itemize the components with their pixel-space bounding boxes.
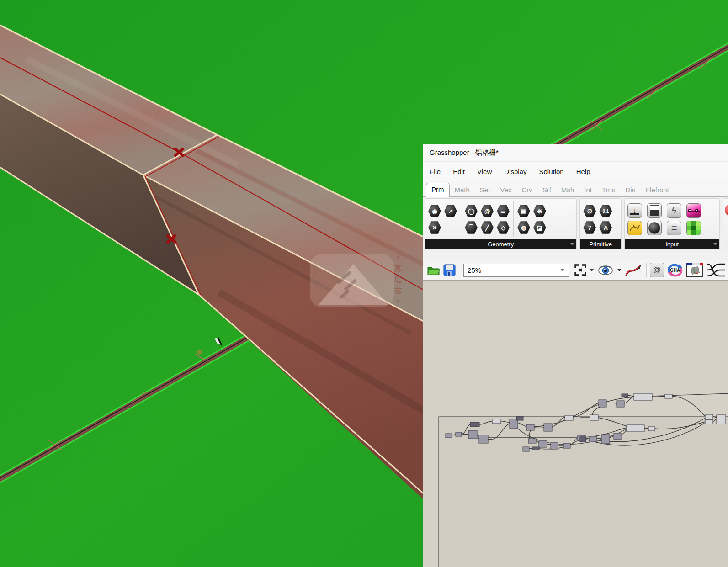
param-id-icon[interactable]: ◉ <box>428 204 441 218</box>
param-line-icon[interactable]: ╱ <box>480 221 494 234</box>
param-number-icon[interactable]: 0.1 <box>599 204 612 218</box>
number-slider-icon[interactable]: ↓ <box>627 203 642 218</box>
graph-node[interactable] <box>565 415 573 420</box>
component-ribbon: ◉ ✕ ↗ ◯ ⌒ @ ╱ ▱ ◇ <box>423 197 728 251</box>
grasshopper-window: Grasshopper - 铝格栅* File Edit View Displa… <box>423 144 728 567</box>
data-stream-icon[interactable]: ϟ <box>667 203 681 218</box>
param-integer-icon[interactable]: 7 <box>583 221 596 234</box>
zoom-extents-dropdown-icon[interactable] <box>590 269 594 271</box>
graph-node[interactable] <box>523 447 529 451</box>
graph-node[interactable] <box>492 419 501 424</box>
graph-node[interactable] <box>456 432 462 436</box>
knob-circle <box>648 222 660 234</box>
toolbar-separator <box>460 263 460 277</box>
graph-node[interactable] <box>516 416 523 420</box>
param-point-icon[interactable]: ◇ <box>496 221 510 234</box>
tab-math[interactable]: Math <box>450 184 475 196</box>
graph-node[interactable] <box>599 400 606 407</box>
param-surface-icon[interactable]: ◪ <box>533 221 547 234</box>
graph-node[interactable] <box>665 394 672 398</box>
param-text-icon[interactable]: A <box>599 221 612 234</box>
graph-node[interactable] <box>539 440 547 447</box>
menu-solution[interactable]: Solution <box>539 168 563 175</box>
red-param-icon[interactable] <box>725 204 728 216</box>
colour-swatch-icon[interactable] <box>686 221 701 235</box>
menu-view[interactable]: View <box>477 168 492 175</box>
tab-trns[interactable]: Trns <box>597 184 620 196</box>
graph-node[interactable] <box>634 393 652 400</box>
chevron-down-icon <box>560 269 565 271</box>
graph-node[interactable] <box>526 424 534 430</box>
graph-node[interactable] <box>563 443 570 448</box>
zoom-level-combo[interactable]: 25% <box>463 264 569 277</box>
save-file-button[interactable] <box>443 264 456 276</box>
tab-crv[interactable]: Crv <box>516 184 537 196</box>
panel-component-icon[interactable] <box>647 203 662 218</box>
graph-node[interactable] <box>479 435 488 443</box>
gradient-icon[interactable] <box>686 203 701 218</box>
graph-node[interactable] <box>551 442 558 449</box>
graph-node[interactable] <box>705 420 713 424</box>
canvas-at-button[interactable]: @ <box>650 263 664 277</box>
tab-dis[interactable]: Dis <box>620 184 640 196</box>
tab-msh[interactable]: Msh <box>556 184 579 196</box>
graph-node[interactable] <box>627 425 644 432</box>
zoom-extents-button[interactable] <box>574 264 586 276</box>
graph-node[interactable] <box>648 427 655 431</box>
param-box-icon[interactable]: ▣ <box>517 204 531 218</box>
param-boolean-icon[interactable]: ∅ <box>583 204 596 218</box>
menu-file[interactable]: File <box>430 168 441 175</box>
canvas-toolbar: 25% <box>423 260 728 280</box>
tab-int[interactable]: Int <box>579 184 597 196</box>
graph-node[interactable] <box>580 436 586 442</box>
panel-label-geometry[interactable]: Geometry <box>425 239 576 249</box>
gha-loader-button[interactable]: GHA <box>667 263 683 277</box>
preview-dropdown-icon[interactable] <box>617 269 621 271</box>
preview-mode-button[interactable] <box>597 265 614 276</box>
param-vector-icon[interactable]: ↗ <box>444 204 457 218</box>
draw-wires-button[interactable] <box>625 263 642 277</box>
rhino-window-button[interactable] <box>686 263 703 277</box>
tab-set[interactable]: Set <box>475 184 495 196</box>
graph-node[interactable] <box>590 415 598 420</box>
menu-display[interactable]: Display <box>504 168 526 175</box>
knob-icon[interactable] <box>647 221 662 235</box>
graph-node[interactable] <box>446 434 452 438</box>
graph-node[interactable] <box>532 447 539 450</box>
tab-elefront[interactable]: Elefront <box>640 184 674 196</box>
param-curve-icon[interactable]: @ <box>480 204 494 218</box>
open-file-button[interactable] <box>427 264 441 276</box>
tab-vec[interactable]: Vec <box>495 184 516 196</box>
graph-node[interactable] <box>470 422 479 427</box>
param-mesh-icon[interactable]: ❊ <box>533 204 547 218</box>
graph-node[interactable] <box>601 435 610 444</box>
wire <box>652 393 728 396</box>
menu-edit[interactable]: Edit <box>453 168 465 175</box>
graph-node[interactable] <box>705 414 713 419</box>
value-list-icon[interactable]: ≡ <box>667 221 681 235</box>
menu-help[interactable]: Help <box>576 168 590 175</box>
graph-node[interactable] <box>614 433 621 440</box>
hide-wires-button[interactable] <box>706 262 725 278</box>
gradient-handle <box>695 209 698 212</box>
param-plane-icon[interactable]: ▱ <box>496 204 510 218</box>
param-arc-icon[interactable]: ⌒ <box>464 221 478 234</box>
graph-node[interactable] <box>617 401 624 407</box>
graph-node[interactable] <box>717 415 726 424</box>
param-circle-icon[interactable]: ◯ <box>464 204 478 218</box>
tab-srf[interactable]: Srf <box>537 184 556 196</box>
param-brep-icon[interactable]: ◍ <box>517 221 531 234</box>
graph-node[interactable] <box>590 436 597 442</box>
panel-label-primitive[interactable]: Primitive <box>580 239 621 249</box>
definition-canvas[interactable] <box>423 280 728 567</box>
title-bar[interactable]: Grasshopper - 铝格栅* <box>423 144 728 162</box>
tab-prm[interactable]: Prm <box>426 183 450 197</box>
graph-node[interactable] <box>544 424 552 431</box>
graph-node[interactable] <box>528 439 536 443</box>
md-slider-icon[interactable] <box>627 221 642 235</box>
screen: { "window": { "title": "Grasshopper - 铝格… <box>0 0 728 567</box>
graph-node[interactable] <box>468 430 477 439</box>
param-x-icon[interactable]: ✕ <box>428 221 441 234</box>
panel-label-input[interactable]: Input <box>625 239 719 249</box>
graph-node[interactable] <box>622 394 628 397</box>
